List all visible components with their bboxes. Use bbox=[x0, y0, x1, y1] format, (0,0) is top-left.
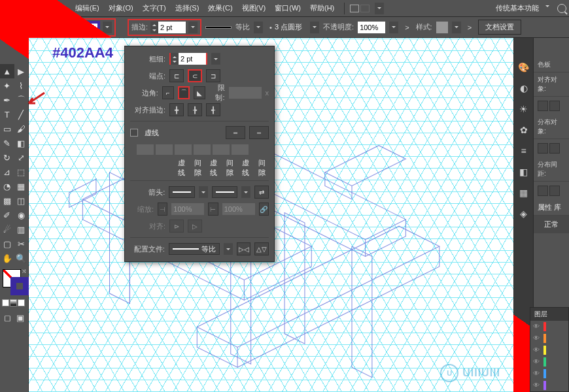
sp-weight-label: 粗细: bbox=[130, 54, 165, 64]
sp-weight-input[interactable] bbox=[179, 53, 206, 65]
arrow-start-dd[interactable] bbox=[199, 186, 208, 198]
visibility-icon[interactable]: 👁 bbox=[533, 358, 541, 366]
miter-limit-input bbox=[229, 87, 262, 99]
color-mode-none[interactable] bbox=[18, 299, 25, 306]
arrowhead-end[interactable] bbox=[212, 186, 238, 198]
scale-lock-icon[interactable]: 🔗 bbox=[259, 203, 269, 216]
layers-header[interactable]: 图层 bbox=[530, 308, 568, 321]
layer-row[interactable]: 👁 bbox=[530, 333, 568, 344]
dashed-label: 虚线 bbox=[145, 128, 159, 138]
limit-x: x bbox=[266, 89, 269, 97]
visibility-icon[interactable]: 👁 bbox=[533, 346, 541, 354]
flip-across-icon[interactable]: △▽ bbox=[254, 242, 269, 255]
sp-align-arrow-label: 对齐: bbox=[130, 221, 165, 231]
dashed-line-checkbox[interactable] bbox=[130, 129, 138, 137]
dash-2[interactable] bbox=[175, 144, 192, 155]
tool-palette: ▲▶ ✦⌇ ✒⌒ T╱ ▭🖌 ✎◧ ↻⤢ ⊿⬚ ◔▦ ▩◫ ✐◉ ☄▥ ▢✂ ✋… bbox=[0, 38, 29, 392]
gap-3[interactable] bbox=[232, 144, 249, 155]
sp-scale-label: 缩放: bbox=[130, 204, 154, 214]
sp-weight-spinner[interactable] bbox=[169, 53, 207, 65]
scale-link-icon[interactable]: ⊣ bbox=[158, 203, 167, 216]
sp-limit-label: 限制: bbox=[209, 83, 225, 103]
gap-1[interactable] bbox=[156, 144, 173, 155]
arrowhead-start[interactable] bbox=[169, 186, 195, 198]
align-stroke-inside-icon[interactable]: ╊ bbox=[188, 103, 202, 116]
sp-align-stroke-label: 对齐描边: bbox=[130, 105, 165, 115]
sp-arrow-label: 箭头: bbox=[130, 188, 165, 197]
flip-along-icon[interactable]: ▷◁ bbox=[237, 242, 251, 255]
swap-arrows-icon[interactable]: ⇄ bbox=[254, 186, 269, 199]
join-miter-icon[interactable]: ⌐ bbox=[162, 86, 174, 99]
cap-round-icon[interactable]: ⊂ bbox=[188, 69, 202, 82]
annotation-arrow bbox=[26, 91, 46, 107]
arrow-end-dd[interactable] bbox=[241, 186, 250, 198]
layer-row[interactable]: 👁 bbox=[530, 368, 568, 380]
sp-corner-label: 边角: bbox=[130, 88, 158, 98]
join-round-icon[interactable]: ⌒ bbox=[178, 86, 190, 99]
dash-labels-row: 虚线间隙 虚线间隙 虚线间隙 bbox=[175, 158, 269, 178]
sp-weight-dropdown[interactable] bbox=[211, 53, 220, 65]
visibility-icon[interactable]: 👁 bbox=[533, 335, 541, 342]
align-stroke-center-icon[interactable]: ╋ bbox=[169, 103, 184, 116]
layer-row[interactable]: 👁 bbox=[530, 344, 568, 356]
arrow-scale-start bbox=[171, 203, 204, 215]
dash-align-2-icon[interactable]: ┉ bbox=[249, 126, 269, 139]
scale-link2-icon[interactable]: ⊢ bbox=[208, 203, 218, 216]
layers-panel: 图层 👁👁👁👁👁👁 bbox=[530, 307, 569, 392]
arrow-align-1-icon[interactable]: ⊳ bbox=[169, 220, 184, 233]
arrow-align-2-icon[interactable]: ▷ bbox=[188, 220, 202, 233]
layer-row[interactable]: 👁 bbox=[530, 321, 568, 333]
layer-row[interactable]: 👁 bbox=[530, 356, 568, 368]
visibility-icon[interactable]: 👁 bbox=[533, 370, 541, 378]
gap-2[interactable] bbox=[194, 144, 211, 155]
align-stroke-outside-icon[interactable]: ╉ bbox=[206, 103, 220, 116]
profile-dd[interactable] bbox=[224, 243, 233, 255]
color-annotation: #402AA4 bbox=[52, 44, 113, 61]
sp-profile-label: 配置文件: bbox=[130, 244, 165, 254]
join-bevel-icon[interactable]: ◣ bbox=[194, 86, 205, 99]
profile-selector[interactable]: 等比 bbox=[169, 243, 220, 255]
dash-3[interactable] bbox=[213, 144, 230, 155]
dash-1[interactable] bbox=[137, 144, 154, 155]
arrow-scale-end bbox=[222, 203, 255, 215]
watermark-text: UIIIUIII bbox=[462, 367, 500, 379]
cap-projecting-icon[interactable]: ⊐ bbox=[206, 69, 220, 82]
layer-row[interactable]: 👁 bbox=[530, 380, 568, 391]
watermark-icon: U bbox=[440, 364, 458, 382]
visibility-icon[interactable]: 👁 bbox=[533, 382, 541, 389]
visibility-icon[interactable]: 👁 bbox=[533, 323, 541, 331]
cap-butt-icon[interactable]: ⊏ bbox=[169, 69, 184, 82]
dash-align-1-icon[interactable]: ┅ bbox=[226, 126, 245, 139]
stroke-panel: 粗细: 端点: ⊏ ⊂ ⊐ 边角: ⌐ ⌒ ◣ 限制: x 对齐描边: ╋ ╊ … bbox=[124, 46, 275, 262]
sp-cap-label: 端点: bbox=[130, 71, 165, 81]
watermark: U UIIIUIII bbox=[440, 364, 500, 382]
